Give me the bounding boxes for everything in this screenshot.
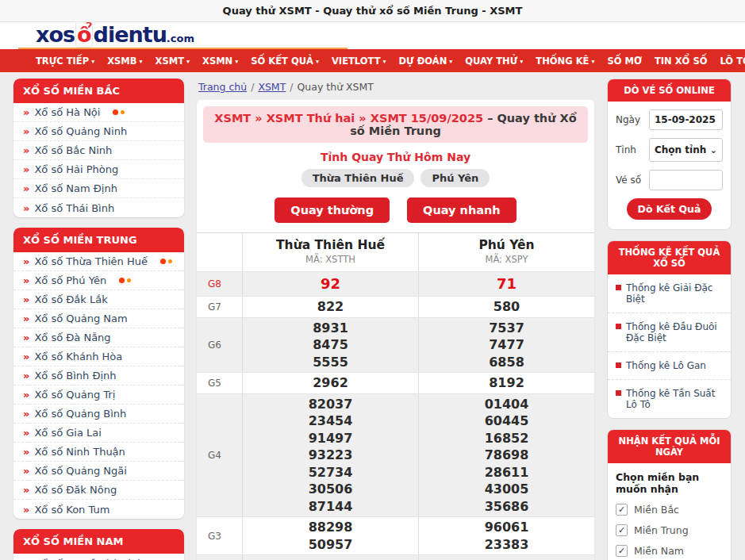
live-dot-icon <box>127 278 131 282</box>
sidebar-item-xo-so-dak-lak[interactable]: »Xổ số Đắk Lắk <box>13 290 184 309</box>
prize-values-cell: 822 <box>243 297 418 317</box>
square-bullet-icon <box>616 362 621 368</box>
checkbox-mien-trung[interactable]: ✓ <box>616 524 628 536</box>
sidebar-item-xo-so-nam-dinh[interactable]: »Xổ số Nam Định <box>13 179 184 198</box>
sidebar-item-xo-so-quang-binh[interactable]: »Xổ số Quảng Bình <box>13 405 184 424</box>
sidebar-item-xo-so-thai-binh[interactable]: »Xổ số Thái Bình <box>13 198 184 217</box>
nav-item-du-doan[interactable]: DỰ ĐOÁN▾ <box>399 56 453 67</box>
prize-label: G5 <box>197 373 243 393</box>
province-select-value: Chọn tỉnh <box>655 144 706 155</box>
prize-values-cell: 753774776858 <box>418 318 594 373</box>
province-pill-phu-yen[interactable]: Phú Yên <box>421 169 490 187</box>
sidebar-item-xo-so-quang-ninh[interactable]: »Xổ số Quảng Ninh <box>13 122 184 141</box>
region-option-mien-nam: ✓Miền Nam <box>616 545 723 557</box>
prize-number: 91497 <box>243 430 418 447</box>
checkbox-mien-bac[interactable]: ✓ <box>616 504 628 516</box>
sidebar-section-xo-so-mien-trung: XỔ SỐ MIỀN TRUNG»Xổ số Thừa Thiên Huế»Xổ… <box>13 228 184 519</box>
checkbox-mien-nam[interactable]: ✓ <box>616 545 628 557</box>
prize-number: 01404 <box>419 396 594 413</box>
sidebar-item-xo-so-quang-nam[interactable]: »Xổ số Quảng Nam <box>13 309 184 328</box>
prize-number: 23454 <box>243 412 418 430</box>
nav-item-vietlott[interactable]: VIETLOTT▾ <box>332 56 386 67</box>
province-select[interactable]: Chọn tỉnh ⌄ <box>649 138 723 162</box>
subscribe-subtitle: Chọn miền bạn muốn nhận <box>616 471 723 495</box>
stat-link-thong-ke-tan-suat-lo-to[interactable]: Thống kê Tần Suất Lô Tô <box>608 380 731 418</box>
date-input[interactable] <box>649 109 723 130</box>
live-indicator-dots <box>160 259 172 264</box>
nav-item-label: SỐ KẾT QUẢ <box>251 56 313 67</box>
province-pill-thua-thien-hue[interactable]: Thừa Thiên Huế <box>301 169 415 187</box>
spin-fast-button[interactable]: Quay nhanh <box>407 198 517 223</box>
ticket-number-input[interactable] <box>649 170 723 190</box>
sidebar-item-xo-so-thua-thien-hue[interactable]: »Xổ số Thừa Thiên Huế <box>13 252 184 271</box>
sidebar-section-title: XỔ SỐ MIỀN BẮC <box>13 79 184 103</box>
nav-item-label: THỐNG KÊ <box>536 56 589 67</box>
prize-number: 8931 <box>243 320 418 337</box>
prize-number: 93223 <box>243 447 418 464</box>
ticket-label: Vé số <box>616 175 644 186</box>
statistics-title: THỐNG KÊ KẾT QUẢ XỔ SỐ <box>608 241 731 274</box>
sidebar-item-xo-so-kon-tum[interactable]: »Xổ số Kon Tum <box>13 500 184 519</box>
breadcrumb-item-trang-chu[interactable]: Trang chủ <box>198 81 247 93</box>
lookup-submit-button[interactable]: Dò Kết Quả <box>627 198 712 220</box>
prize-number: 82037 <box>243 396 418 413</box>
sidebar-item-label: Xổ số Hải Phòng <box>34 163 118 175</box>
sidebar-item-xo-so-dak-nong[interactable]: »Xổ số Đăk Nông <box>13 481 184 500</box>
main-navigation: TRỰC TIẾP▾XSMB▾XSMT▾XSMN▾SỐ KẾT QUẢ▾VIET… <box>0 49 745 72</box>
statistics-widget: THỐNG KÊ KẾT QUẢ XỔ SỐ Thống kê Giải Đặc… <box>607 240 732 419</box>
sidebar-item-label: Xổ số Quảng Bình <box>34 408 126 420</box>
nav-item-tin-xo-so[interactable]: TIN XỔ SỐ <box>655 56 707 67</box>
checkbox-label: Miền Trung <box>634 524 689 536</box>
chevron-down-icon: ▾ <box>140 58 143 65</box>
table-row-g8: G89271 <box>197 272 594 297</box>
nav-item-label: XSMT <box>156 56 184 67</box>
nav-item-label: XSMB <box>107 56 136 67</box>
nav-item-xsmn[interactable]: XSMN▾ <box>202 56 238 67</box>
nav-item-so-ket-qua[interactable]: SỐ KẾT QUẢ▾ <box>251 56 319 67</box>
sidebar-item-xo-so-phu-yen[interactable]: »Xổ số Phú Yên <box>13 271 184 290</box>
stat-link-thong-ke-giai-dac-biet[interactable]: Thống kê Giải Đặc Biệt <box>608 274 731 313</box>
chevron-down-icon: ⌄ <box>710 145 717 155</box>
sidebar-item-xo-so-khanh-hoa[interactable]: »Xổ số Khánh Hòa <box>13 347 184 366</box>
prize-number: 8192 <box>419 374 594 392</box>
stat-link-thong-ke-lo-gan[interactable]: Thống kê Lô Gan <box>608 352 731 380</box>
sidebar-item-label: Xổ số Đà Nẵng <box>34 332 110 343</box>
sidebar-section-title: XỔ SỐ MIỀN NAM <box>13 529 184 554</box>
nav-item-xsmt[interactable]: XSMT▾ <box>156 56 190 67</box>
nav-item-xsmb[interactable]: XSMB▾ <box>107 56 142 67</box>
stat-link-thong-ke-dau-duoi-dac-biet[interactable]: Thống kê Đầu Đuôi Đặc Biệt <box>608 313 731 352</box>
sidebar-item-label: Xổ số Phú Yên <box>34 274 106 286</box>
square-bullet-icon <box>616 285 621 290</box>
sidebar-item-xo-so-binh-dinh[interactable]: »Xổ số Bình Định <box>13 366 184 385</box>
sidebar-item-xo-so-da-nang[interactable]: »Xổ số Đà Nẵng <box>13 328 184 347</box>
live-dot-icon <box>113 109 118 115</box>
sidebar-item-xo-so-quang-tri[interactable]: »Xổ số Quảng Trị <box>13 385 184 405</box>
page-seo-title: Quay thử XSMT - Quay thử xổ số Miền Trun… <box>223 5 523 17</box>
sidebar-item-xo-so-ha-noi[interactable]: »Xổ số Hà Nội <box>13 103 184 122</box>
sidebar-item-label: Xổ số Khánh Hòa <box>34 351 122 362</box>
province-code: MÃ: XSTTH <box>243 254 418 265</box>
today-provinces-title: Tỉnh Quay Thử Hôm Nay <box>197 151 594 163</box>
nav-item-thong-ke[interactable]: THỐNG KÊ▾ <box>536 56 594 67</box>
live-dot-icon <box>121 110 125 114</box>
checkbox-label: Miền Bắc <box>634 504 679 516</box>
breadcrumb-item-xsmt[interactable]: XSMT <box>258 81 286 93</box>
sidebar-item-xo-so-ninh-thuan[interactable]: »Xổ số Ninh Thuận <box>13 443 184 462</box>
banner-highlight: XSMT » XSMT Thứ hai » XSMT 15/09/2025 <box>214 112 483 125</box>
nav-item-so-mo[interactable]: SỐ MƠ <box>607 56 642 67</box>
nav-item-lo-to[interactable]: LÔ TÔ▾ <box>720 56 745 67</box>
sidebar-item-label: Xổ số Đắk Lắk <box>34 293 107 305</box>
table-row-g5: G529628192 <box>197 373 594 394</box>
sidebar-item-xo-so-quang-ngai[interactable]: »Xổ số Quảng Ngãi <box>13 462 184 481</box>
spin-normal-button[interactable]: Quay thường <box>275 198 390 223</box>
nav-item-truc-tiep[interactable]: TRỰC TIẾP▾ <box>36 56 94 67</box>
sidebar-item-xo-so-bac-ninh[interactable]: »Xổ số Bắc Ninh <box>13 141 184 160</box>
sidebar-item-xo-so-gia-lai[interactable]: »Xổ số Gia Lai <box>13 424 184 443</box>
prize-number: 52734 <box>243 464 418 481</box>
date-label: Ngày <box>616 114 644 125</box>
sidebar-item-xo-so-tp-ho-chi-minh[interactable]: »Xổ số TP Hồ Chí Minh <box>13 554 184 560</box>
nav-item-quay-thu[interactable]: QUAY THỬ▾ <box>465 56 523 67</box>
sidebar-item-xo-so-hai-phong[interactable]: »Xổ số Hải Phòng <box>13 160 184 179</box>
prize-number: 43005 <box>419 481 594 498</box>
sidebar-item-label: Xổ số Hà Nội <box>34 106 100 118</box>
